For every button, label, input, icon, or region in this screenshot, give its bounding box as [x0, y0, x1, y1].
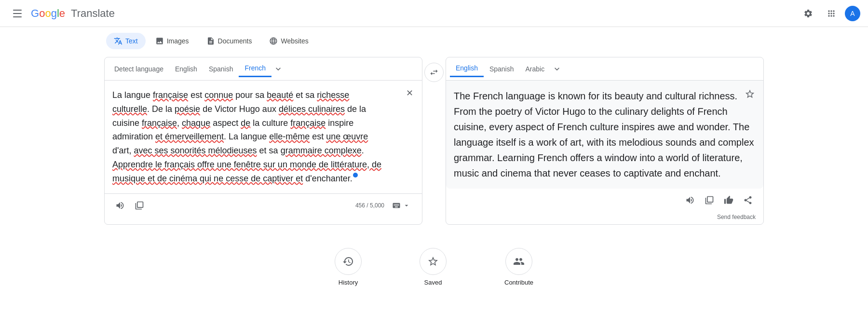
avatar[interactable]: A [845, 6, 860, 21]
saved-label: Saved [424, 279, 442, 286]
translate-container: Detect language English Spanish French ✕… [96, 57, 772, 225]
tab-documents[interactable]: Documents [199, 33, 260, 49]
char-count: 456 / 5,000 [355, 202, 384, 209]
keyboard-button[interactable] [388, 199, 414, 212]
contribute-circle [505, 248, 532, 275]
source-footer: 456 / 5,000 [105, 193, 422, 217]
share-translation-button[interactable] [740, 192, 756, 208]
target-lang-spanish[interactable]: Spanish [484, 61, 520, 77]
history-item[interactable]: History [335, 248, 362, 286]
history-label: History [339, 279, 358, 286]
rate-translation-button[interactable] [721, 192, 736, 208]
menu-button[interactable] [8, 4, 27, 23]
translated-section: The French language is known for its bea… [446, 81, 763, 224]
favorite-button[interactable] [742, 86, 758, 102]
send-feedback[interactable]: Send feedback [446, 212, 763, 224]
google-logo: Google [31, 7, 65, 20]
tab-text[interactable]: Text [106, 33, 146, 49]
target-lang-header: English Spanish Arabic [446, 57, 763, 81]
translated-footer [446, 189, 763, 212]
swap-area [422, 57, 446, 225]
source-lang-english[interactable]: English [169, 61, 203, 77]
saved-item[interactable]: Saved [420, 248, 447, 286]
clear-button[interactable]: ✕ [403, 86, 416, 100]
nav-right: A [799, 4, 860, 23]
source-footer-left [112, 198, 147, 213]
settings-button[interactable] [799, 4, 818, 23]
source-text-display: La langue française est connue pour sa b… [112, 88, 414, 186]
contribute-item[interactable]: Contribute [504, 248, 533, 286]
tab-images-label: Images [167, 37, 189, 45]
contribute-label: Contribute [504, 279, 533, 286]
source-lang-more[interactable] [271, 60, 285, 78]
source-panel: Detect language English Spanish French ✕… [104, 57, 422, 225]
swap-languages-button[interactable] [424, 63, 444, 82]
app-name: Translate [71, 7, 115, 20]
source-audio-button[interactable] [112, 198, 128, 213]
copy-translation-button[interactable] [702, 192, 717, 208]
activity-bar: History Saved Contribute [0, 248, 868, 301]
target-panel: English Spanish Arabic The French langua… [446, 57, 764, 225]
source-copy-audio-button[interactable] [132, 198, 147, 213]
saved-circle [420, 248, 447, 275]
target-audio-button[interactable] [682, 192, 698, 208]
translated-text: The French language is known for its bea… [454, 88, 756, 181]
source-lang-header: Detect language English Spanish French [105, 57, 422, 81]
tab-text-label: Text [125, 37, 138, 45]
tab-websites-label: Websites [281, 37, 308, 45]
source-lang-spanish[interactable]: Spanish [203, 61, 239, 77]
source-lang-detect[interactable]: Detect language [108, 61, 169, 77]
target-lang-more[interactable] [550, 60, 564, 78]
apps-button[interactable] [822, 4, 841, 23]
tab-documents-label: Documents [218, 37, 252, 45]
target-lang-arabic[interactable]: Arabic [520, 61, 551, 77]
history-circle [335, 248, 362, 275]
source-lang-french[interactable]: French [239, 60, 271, 77]
translated-area: The French language is known for its bea… [446, 81, 763, 189]
top-nav: Google Translate A [0, 0, 868, 27]
mode-tabs: Text Images Documents Websites [0, 27, 868, 49]
nav-left: Google Translate [8, 4, 115, 23]
source-text-area: ✕ La langue française est connue pour sa… [105, 81, 422, 193]
target-lang-english[interactable]: English [450, 60, 484, 77]
tab-images[interactable]: Images [148, 33, 197, 49]
tab-websites[interactable]: Websites [261, 33, 316, 49]
